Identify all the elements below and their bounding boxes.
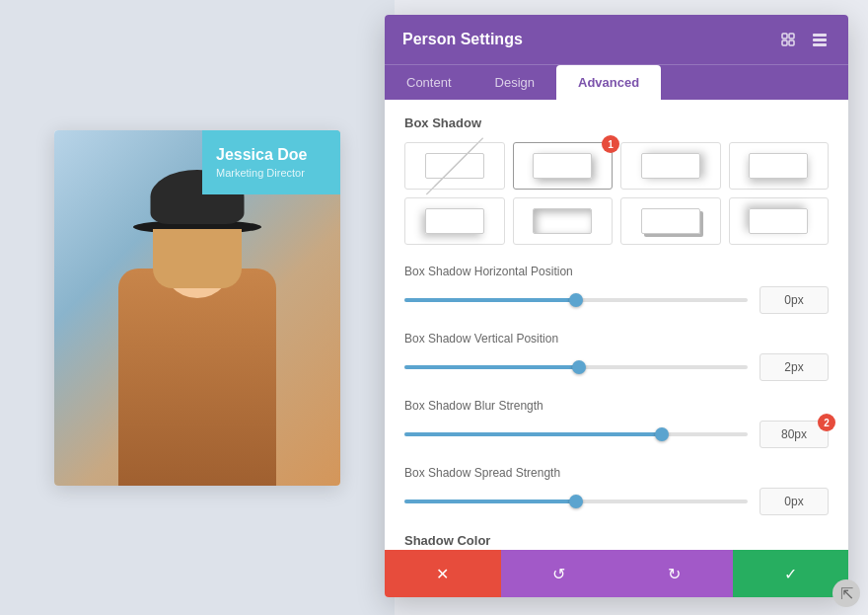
box-shadow-title: Box Shadow	[404, 115, 829, 130]
shadow-option-1[interactable]: 1	[513, 142, 614, 190]
person-name: Jessica Doe	[216, 146, 326, 164]
expand-icon[interactable]	[777, 29, 799, 50]
shadow-option-4[interactable]	[404, 197, 505, 245]
slider-blur-thumb[interactable]	[655, 427, 669, 441]
slider-vertical-value[interactable]: 2px	[760, 353, 829, 381]
slider-vertical-bg	[404, 365, 748, 369]
shadow-1-preview	[533, 153, 592, 178]
slider-blur-badge: 2	[818, 414, 835, 431]
slider-vertical-value-text: 2px	[784, 360, 803, 374]
shadow-6-preview	[641, 208, 700, 233]
person-card: Jessica Doe Marketing Director	[54, 130, 340, 486]
slider-horizontal-fill	[404, 298, 576, 302]
reset-button[interactable]: ↺	[501, 550, 617, 597]
slider-blur: Box Shadow Blur Strength 80px 2	[404, 399, 829, 448]
shadow-5-preview	[533, 208, 592, 233]
settings-panel: Person Settings Content Design	[385, 15, 848, 597]
tabs: Content Design Advanced	[385, 64, 848, 100]
slider-spread-bg	[404, 500, 748, 503]
slider-spread-fill	[404, 500, 576, 503]
save-button[interactable]: ✓	[733, 550, 849, 597]
svg-rect-6	[813, 43, 827, 46]
slider-spread-label: Box Shadow Spread Strength	[404, 466, 829, 480]
slider-blur-bg	[404, 432, 748, 436]
slider-vertical: Box Shadow Vertical Position 2px	[404, 332, 829, 381]
slider-spread-value[interactable]: 0px	[760, 488, 829, 515]
panel-body: Box Shadow 1	[385, 100, 848, 574]
slider-blur-fill	[404, 432, 662, 436]
slider-blur-label: Box Shadow Blur Strength	[404, 399, 829, 413]
slider-spread-track[interactable]	[404, 500, 748, 503]
shadow-color-title: Shadow Color	[404, 533, 829, 548]
layout-icon[interactable]	[809, 29, 831, 50]
shadow-7-preview	[749, 208, 808, 233]
slider-blur-control: 80px 2	[404, 421, 829, 448]
slider-vertical-track[interactable]	[404, 365, 748, 369]
slider-spread: Box Shadow Spread Strength 0px	[404, 466, 829, 515]
tab-content[interactable]: Content	[385, 65, 473, 100]
slider-horizontal-thumb[interactable]	[569, 293, 583, 307]
slider-vertical-thumb[interactable]	[572, 360, 586, 374]
tab-advanced[interactable]: Advanced	[556, 65, 661, 100]
shadow-options-grid: 1	[404, 142, 829, 245]
shadow-option-7[interactable]	[729, 197, 830, 245]
slider-horizontal: Box Shadow Horizontal Position 0px	[404, 265, 829, 314]
slider-blur-value-text: 80px	[781, 427, 807, 441]
shadow-option-6[interactable]	[620, 197, 721, 245]
tab-design[interactable]: Design	[473, 65, 556, 100]
slider-vertical-label: Box Shadow Vertical Position	[404, 332, 829, 346]
redo-button[interactable]: ↻	[616, 550, 733, 597]
svg-rect-5	[813, 38, 827, 41]
slider-blur-value[interactable]: 80px 2	[760, 421, 829, 448]
slider-spread-value-text: 0px	[784, 495, 803, 508]
slider-blur-track[interactable]	[404, 432, 748, 436]
person-title: Marketing Director	[216, 167, 326, 179]
shadow-option-2[interactable]	[620, 142, 721, 190]
shadow-option-1-badge: 1	[602, 135, 619, 153]
nav-arrow[interactable]: ⇱	[832, 579, 860, 607]
svg-rect-0	[782, 34, 787, 38]
slider-vertical-control: 2px	[404, 353, 829, 381]
panel-footer: ✕ ↺ ↻ ✓	[385, 550, 848, 597]
shadow-option-3[interactable]	[729, 142, 830, 190]
preview-area: Jessica Doe Marketing Director	[0, 0, 395, 615]
slider-spread-thumb[interactable]	[569, 495, 583, 508]
shadow-option-none[interactable]	[404, 142, 505, 190]
slider-horizontal-control: 0px	[404, 286, 829, 314]
panel-header: Person Settings	[385, 15, 848, 64]
shadow-2-preview	[641, 153, 700, 178]
slider-horizontal-value[interactable]: 0px	[760, 286, 829, 314]
panel-title: Person Settings	[402, 31, 523, 48]
cancel-button[interactable]: ✕	[385, 550, 501, 597]
slider-horizontal-value-text: 0px	[784, 293, 803, 307]
slider-horizontal-label: Box Shadow Horizontal Position	[404, 265, 829, 278]
slider-horizontal-bg	[404, 298, 748, 302]
slider-spread-control: 0px	[404, 488, 829, 515]
svg-rect-1	[789, 34, 794, 38]
svg-rect-3	[789, 40, 794, 45]
svg-rect-4	[813, 34, 827, 37]
shadow-none-preview	[425, 153, 484, 178]
shadow-3-preview	[749, 153, 808, 178]
panel-header-icons	[777, 29, 831, 50]
shadow-option-5[interactable]	[513, 197, 614, 245]
svg-rect-2	[782, 40, 787, 45]
person-name-overlay: Jessica Doe Marketing Director	[202, 130, 340, 194]
slider-horizontal-track[interactable]	[404, 298, 748, 302]
shadow-4-preview	[425, 208, 484, 233]
slider-vertical-fill	[404, 365, 579, 369]
